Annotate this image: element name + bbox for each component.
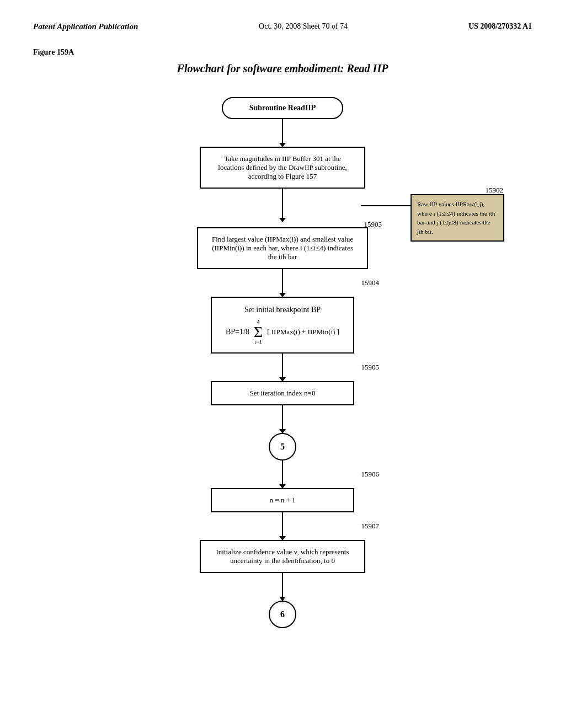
arrow-5 <box>33 405 532 433</box>
step5-node: Set iteration index n=0 <box>211 381 354 405</box>
arrow-line-3 <box>282 269 283 297</box>
connector-to-note <box>361 205 411 206</box>
flowchart: Subroutine ReadIIP 15901 Take magnitudes… <box>33 97 532 628</box>
sheet-info: Oct. 30, 2008 Sheet 70 of 74 <box>259 22 348 31</box>
arrow-8 <box>33 573 532 601</box>
arrow-6: 15906 <box>33 461 532 488</box>
step7-node: Initialize confidence value v, which rep… <box>200 540 365 573</box>
step3-box: Find largest value (IIPMax(i)) and small… <box>197 227 368 269</box>
step6-box: n = n + 1 <box>211 488 354 512</box>
arrow-3: 15904 <box>33 269 532 297</box>
side-note-15902: Raw IIP values IIPRaw(i,j), where i (1≤i… <box>411 194 504 242</box>
arrow-line-6 <box>282 461 283 488</box>
step-label-15904: 15904 <box>361 279 380 287</box>
publication-label: Patent Application Publication <box>33 22 138 31</box>
step4-box: Set initial breakpoint BP BP=1/8 4 Σ i=1… <box>211 297 354 354</box>
formula-bracket: [ IIPMax(i) + IIPMin(i) ] <box>267 328 339 336</box>
gap-1: 15903 <box>33 222 532 227</box>
step-label-15907: 15907 <box>361 522 380 531</box>
subroutine-box: Subroutine ReadIIP <box>222 97 343 119</box>
step4-node: Set initial breakpoint BP BP=1/8 4 Σ i=1… <box>211 297 354 354</box>
side-note-text: Raw IIP values IIPRaw(i,j), where i (1≤i… <box>417 200 498 236</box>
sigma-wrapper: 4 Σ i=1 <box>254 319 263 345</box>
formula-bp: BP=1/8 <box>226 328 249 336</box>
page-header: Patent Application Publication Oct. 30, … <box>33 22 532 31</box>
step7-box: Initialize confidence value v, which rep… <box>200 540 365 573</box>
circle5-node: 5 <box>269 433 296 461</box>
step6-node: n = n + 1 <box>211 488 354 512</box>
step-label-15905: 15905 <box>361 363 380 372</box>
arrow-line-4 <box>282 354 283 381</box>
arrow-4: 15905 <box>33 354 532 381</box>
step-label-15902: 15902 <box>486 185 504 195</box>
start-node: Subroutine ReadIIP <box>222 97 343 119</box>
arrow-line-2 <box>282 189 283 222</box>
figure-title: Flowchart for software embodiment: Read … <box>33 62 532 75</box>
arrow-2-container: Raw IIP values IIPRaw(i,j), where i (1≤i… <box>33 189 532 222</box>
step4-label: Set initial breakpoint BP <box>223 306 342 314</box>
sigma-symbol: Σ <box>254 325 263 339</box>
arrow-line-8 <box>282 573 283 601</box>
circle6: 6 <box>269 601 296 628</box>
arrow-line-5 <box>282 405 283 433</box>
arrow-7: 15907 <box>33 512 532 540</box>
circle6-node: 6 <box>269 601 296 628</box>
figure-label: Figure 159A <box>33 48 532 57</box>
arrow-1: 15901 <box>33 119 532 147</box>
formula-block: BP=1/8 4 Σ i=1 [ IIPMax(i) + IIPMin(i) ] <box>223 319 342 345</box>
step1-box: Take magnitudes in IIP Buffer 301 at the… <box>200 147 365 189</box>
sigma-bottom: i=1 <box>254 339 262 345</box>
step1-node: Take magnitudes in IIP Buffer 301 at the… <box>200 147 365 189</box>
patent-number: US 2008/270332 A1 <box>468 22 532 31</box>
page: Patent Application Publication Oct. 30, … <box>0 0 565 728</box>
step5-box: Set iteration index n=0 <box>211 381 354 405</box>
arrow-line-1 <box>282 119 283 147</box>
circle5: 5 <box>269 433 296 461</box>
step-label-15906: 15906 <box>361 470 380 479</box>
step3-node: Find largest value (IIPMax(i)) and small… <box>197 227 368 269</box>
arrow-line-7 <box>282 512 283 540</box>
